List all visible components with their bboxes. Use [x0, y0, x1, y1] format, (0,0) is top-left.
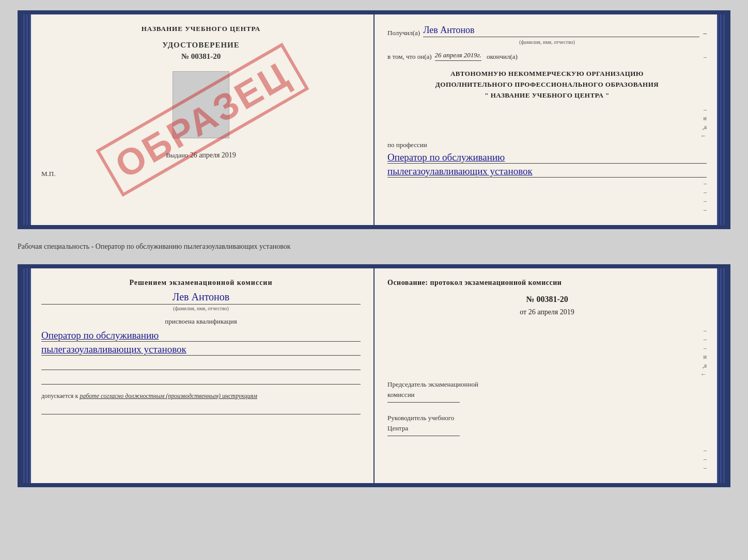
training-center-title: НАЗВАНИЕ УЧЕБНОГО ЦЕНТРА	[41, 25, 361, 33]
profession-label: по профессии	[387, 141, 707, 149]
dash-row-r1: –	[387, 327, 707, 334]
bottom-spine-left	[22, 268, 31, 483]
dash-row-r3: –	[387, 344, 707, 352]
recipient-row: Получил(а) Лев Антонов –	[387, 25, 707, 37]
dash-row-1: –	[387, 106, 707, 114]
fio-subtitle-top: (фамилия, имя, отчество)	[387, 39, 707, 45]
vtom-date: 26 апреля 2019г.	[435, 51, 481, 61]
right-side-dash-arrow: ←	[700, 371, 707, 378]
profession-line2: пылегазоулавливающих установок	[387, 166, 707, 178]
qualification-line1: Оператор по обслуживанию	[41, 330, 361, 342]
dash-row-6: –	[387, 188, 707, 196]
udostoverenie-label: УДОСТОВЕРЕНИЕ	[162, 41, 240, 50]
qual-line2-block: пылегазоулавливающих установок	[41, 344, 361, 356]
recipient-name: Лев Антонов	[423, 25, 699, 37]
dopuskaetsya-text: работе согласно должностным (производств…	[80, 392, 257, 399]
prot-date: от 26 апреля 2019	[387, 308, 707, 316]
profession-line1-block: Оператор по обслуживанию	[387, 152, 707, 164]
vydano-line: Выдано 26 апреля 2019	[166, 151, 236, 159]
org-block: АВТОНОМНУЮ НЕКОММЕРЧЕСКУЮ ОРГАНИЗАЦИЮ ДО…	[387, 69, 707, 101]
profession-line1: Оператор по обслуживанию	[387, 152, 707, 164]
dash-row-r7: –	[387, 446, 707, 454]
dash-row-r2: –	[387, 335, 707, 343]
blank-line-3	[41, 404, 361, 414]
dash-row-5: –	[387, 180, 707, 187]
booklet-spine-right	[717, 14, 726, 225]
ruk-label1: Руководитель учебного	[387, 413, 707, 423]
prot-date-prefix: от	[520, 308, 526, 316]
prisvoena-text: присвоена квалификация	[41, 317, 361, 326]
right-side-dash-2: –	[704, 335, 707, 343]
dash-after-name: –	[704, 29, 707, 37]
right-side-dash-9: –	[704, 464, 707, 472]
org-line1: АВТОНОМНУЮ НЕКОММЕРЧЕСКУЮ ОРГАНИЗАЦИЮ	[387, 69, 707, 79]
vydano-prefix: Выдано	[166, 151, 188, 159]
qualification-line2: пылегазоулавливающих установок	[41, 344, 361, 356]
dash-row-r4: и	[387, 353, 707, 361]
booklet-right-panel: Получил(а) Лев Антонов – (фамилия, имя, …	[375, 14, 717, 225]
bottom-name: Лев Антонов	[41, 291, 361, 303]
right-side-dash-7: –	[704, 446, 707, 454]
dash-row-r9: –	[387, 464, 707, 472]
bottom-spine-right	[717, 268, 726, 483]
blank-line-2	[41, 374, 361, 385]
decision-text: Решением экзаменационной комиссии	[41, 279, 361, 287]
side-dash-arrow: ←	[700, 132, 707, 140]
dash-row-r6: ←	[387, 371, 707, 378]
dash-row-7: –	[387, 197, 707, 205]
name-underline: Лев Антонов	[41, 291, 361, 305]
poluchil-label: Получил(а)	[387, 29, 420, 37]
side-dash-i: и	[704, 115, 707, 122]
osnovanie-label: Основание: протокол экзаменационной коми…	[387, 279, 707, 287]
right-side-dash-a: ,а	[703, 362, 707, 370]
ruk-block: Руководитель учебного Центра	[387, 413, 707, 436]
dash-row-8: –	[387, 206, 707, 214]
chairman-block: Председатель экзаменационной комиссии	[387, 379, 707, 403]
mp-label: М.П.	[41, 170, 361, 178]
org-line3: " НАЗВАНИЕ УЧЕБНОГО ЦЕНТРА "	[387, 90, 707, 101]
chairman-sig-line	[387, 402, 460, 403]
vydano-date: 26 апреля 2019	[190, 151, 236, 159]
bottom-fio-subtitle: (фамилия, имя, отчество)	[41, 306, 361, 311]
dash-row-4: ←	[387, 132, 707, 140]
right-side-dash-3: –	[704, 344, 707, 352]
side-dash-a: ,а	[703, 123, 707, 131]
booklet-spine-left	[22, 14, 31, 225]
right-side-dash-1: –	[704, 327, 707, 334]
bottom-certificate-booklet: Решением экзаменационной комиссии Лев Ан…	[18, 264, 730, 487]
org-line2: ДОПОЛНИТЕЛЬНОГО ПРОФЕССИОНАЛЬНОГО ОБРАЗО…	[387, 79, 707, 90]
side-dash-6: –	[704, 188, 707, 196]
middle-text: Рабочая специальность - Оператор по обсл…	[18, 238, 730, 255]
chairman-label1: Председатель экзаменационной	[387, 379, 707, 390]
top-certificate-booklet: НАЗВАНИЕ УЧЕБНОГО ЦЕНТРА УДОСТОВЕРЕНИЕ №…	[18, 10, 730, 229]
dopuskaetsya-block: допускается к работе согласно должностны…	[41, 392, 361, 400]
dash-row-3: ,а	[387, 123, 707, 131]
chairman-label2: комиссии	[387, 390, 707, 400]
booklet-left-panel: НАЗВАНИЕ УЧЕБНОГО ЦЕНТРА УДОСТОВЕРЕНИЕ №…	[31, 14, 375, 225]
dash-row-r8: –	[387, 455, 707, 463]
dash-row-r5: ,а	[387, 362, 707, 370]
side-dash-1: –	[704, 106, 707, 114]
dash-vtom: –	[704, 53, 707, 61]
ruk-label2: Центра	[387, 423, 707, 434]
prot-date-value: 26 апреля 2019	[528, 308, 574, 316]
right-side-dash-8: –	[704, 455, 707, 463]
bottom-left-panel: Решением экзаменационной комиссии Лев Ан…	[31, 268, 375, 483]
qual-line1-block: Оператор по обслуживанию	[41, 330, 361, 342]
right-side-dash-i: и	[704, 353, 707, 361]
side-dash-5: –	[704, 180, 707, 187]
cert-number: № 00381-20	[181, 52, 221, 61]
dash-row-2: и	[387, 115, 707, 122]
side-dash-7: –	[704, 197, 707, 205]
prot-number: № 00381-20	[387, 295, 707, 304]
vtom-label: в том, что он(а)	[387, 53, 432, 61]
vtom-row: в том, что он(а) 26 апреля 2019г. окончи…	[387, 51, 707, 61]
photo-placeholder	[173, 71, 229, 138]
blank-line-1	[41, 360, 361, 370]
profession-line2-block: пылегазоулавливающих установок	[387, 166, 707, 178]
ruk-sig-line	[387, 436, 460, 436]
dopuskaetsya-prefix: допускается к	[41, 392, 78, 399]
bottom-right-panel: Основание: протокол экзаменационной коми…	[375, 268, 717, 483]
okonchill-label: окончил(а)	[487, 53, 518, 61]
certificate-content: УДОСТОВЕРЕНИЕ № 00381-20 Выдано 26 апрел…	[41, 41, 361, 159]
